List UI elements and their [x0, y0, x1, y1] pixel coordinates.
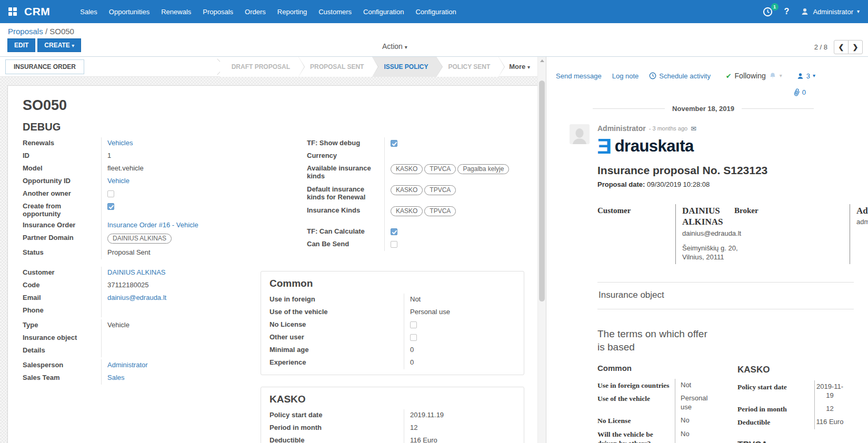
- following-toggle[interactable]: ✔ Following ▾: [726, 72, 782, 80]
- send-message-button[interactable]: Send message: [556, 72, 602, 80]
- field-code: Code 37112180025: [23, 279, 261, 292]
- field-insurance-kinds: Insurance Kinds KASKOTPVCA: [261, 205, 524, 226]
- email-link[interactable]: dainius@edrauda.lt: [107, 294, 166, 301]
- customer-column-value: DAINIUS ALKINAS dainius@edrauda.lt Šeimy…: [675, 204, 734, 264]
- status-steps: DRAFT PROPOSAL PROPOSAL SENT ISSUE POLIC…: [212, 57, 532, 77]
- avatar-person-icon: [572, 127, 587, 144]
- field-other-user: Other user: [261, 331, 524, 344]
- broker-column-label: Broker: [734, 204, 850, 264]
- broker-column-value: Adm admi: [850, 204, 868, 264]
- another-owner-checkbox[interactable]: [107, 190, 114, 197]
- field-period-in-month: Period in month 12: [261, 422, 524, 435]
- salesperson-link[interactable]: Administrator: [107, 361, 148, 369]
- opportunity-link[interactable]: Vehicle: [107, 177, 129, 185]
- app-title[interactable]: CRM: [24, 5, 50, 18]
- followers-count: 3: [806, 72, 810, 80]
- proposal-date-label: Proposal date:: [597, 180, 645, 188]
- pager-next-button[interactable]: ❯: [848, 40, 863, 54]
- create-button[interactable]: CREATE ▾: [37, 38, 81, 52]
- field-email: Email dainius@edrauda.lt: [23, 292, 261, 305]
- apps-grid-icon[interactable]: [8, 7, 17, 16]
- drauskaita-logo-icon: Ǝ: [597, 137, 612, 156]
- field-another-owner: Another owner: [23, 188, 261, 200]
- insurance-order-button[interactable]: INSURANCE ORDER: [5, 59, 84, 74]
- schedule-activity-button[interactable]: Schedule activity: [649, 72, 711, 80]
- breadcrumb-current: / SO050: [45, 27, 74, 36]
- menu-reporting[interactable]: Reporting: [272, 0, 313, 23]
- breadcrumb-proposals[interactable]: Proposals: [8, 27, 43, 36]
- field-details: Details: [23, 345, 261, 357]
- field-policy-start-date: Policy start date 2019.11.19: [261, 409, 524, 422]
- step-draft-proposal[interactable]: DRAFT PROPOSAL: [220, 57, 298, 77]
- navbar-right: 1 ? Administrator ▾: [763, 7, 862, 17]
- proposal-date-value: 09/30/2019 10:28:08: [647, 180, 710, 188]
- attachments-count: 0: [802, 88, 806, 96]
- control-panel: Proposals / SO050 EDIT CREATE ▾ Action ▾…: [0, 23, 868, 57]
- divider: [597, 309, 854, 309]
- sales-team-link[interactable]: Sales: [107, 374, 125, 381]
- field-id: ID 1: [23, 150, 261, 163]
- attachments-button[interactable]: 0: [794, 88, 806, 96]
- create-from-opportunity-checkbox[interactable]: [107, 203, 114, 210]
- menu-configuration-2[interactable]: Configuration: [410, 0, 462, 23]
- kind-tag: KASKO: [391, 206, 423, 216]
- field-default-insurance-kinds: Default insurance kinds for Renewal KASK…: [261, 184, 524, 205]
- top-navbar: CRM Sales Opportunities Renewals Proposa…: [0, 0, 868, 23]
- field-minimal-age: Minimal age 0: [261, 344, 524, 357]
- paperclip-icon: [792, 87, 801, 97]
- terms-common-column: Common Use in foreign countries Not Use …: [597, 364, 720, 443]
- field-can-be-send: Can Be Send: [261, 238, 524, 251]
- tf-show-debug-checkbox[interactable]: [391, 140, 397, 147]
- user-caret-icon: ▾: [857, 9, 860, 14]
- field-create-from-opportunity: Create from opportunity: [23, 200, 261, 219]
- menu-sales[interactable]: Sales: [74, 0, 103, 23]
- user-name: Administrator: [813, 8, 853, 16]
- group-box-common: Common Use in foreign Not Use of the veh…: [261, 271, 524, 375]
- partner-domain-tag: DAINIUS ALKINAS: [107, 234, 172, 244]
- edit-button[interactable]: EDIT: [7, 38, 35, 52]
- terms-kasko-column: KASKO Policy start date 2019-11-19 Perio…: [737, 364, 848, 443]
- other-user-checkbox[interactable]: [410, 334, 417, 341]
- following-check-icon: ✔: [726, 72, 732, 80]
- menu-opportunities[interactable]: Opportunities: [103, 0, 155, 23]
- brand-logo: Ǝ drauskaıta: [597, 137, 868, 156]
- insurance-order-link[interactable]: Insurance Order #16 - Vehicle: [107, 221, 198, 229]
- field-sales-team: Sales Team Sales: [23, 372, 261, 385]
- renewals-link[interactable]: Vehicles: [107, 139, 133, 147]
- no-license-checkbox[interactable]: [410, 321, 417, 328]
- field-phone: Phone: [23, 305, 261, 317]
- followers-menu[interactable]: 3 ▾: [797, 72, 815, 80]
- menu-renewals[interactable]: Renewals: [155, 0, 197, 23]
- chatter: Send message Log note Schedule activity …: [546, 57, 868, 443]
- activity-clock-icon[interactable]: 1: [763, 7, 773, 17]
- tf-can-calculate-checkbox[interactable]: [391, 228, 397, 235]
- message-author[interactable]: Administrator: [597, 124, 646, 133]
- chatter-toolbar: Send message Log note Schedule activity …: [556, 72, 868, 80]
- statusbar: INSURANCE ORDER DRAFT PROPOSAL PROPOSAL …: [0, 57, 546, 77]
- field-insurance-order: Insurance Order Insurance Order #16 - Ve…: [23, 219, 261, 232]
- help-icon[interactable]: ?: [784, 7, 790, 16]
- menu-orders[interactable]: Orders: [239, 0, 272, 23]
- step-policy-sent[interactable]: POLICY SENT: [436, 57, 498, 77]
- scrollbar-up-arrow[interactable]: [538, 57, 546, 65]
- step-proposal-sent[interactable]: PROPOSAL SENT: [298, 57, 372, 77]
- action-menu[interactable]: Action ▾: [382, 42, 407, 51]
- menu-customers[interactable]: Customers: [313, 0, 357, 23]
- kind-tag: Pagalba kelyje: [457, 164, 509, 174]
- log-note-button[interactable]: Log note: [612, 72, 639, 80]
- step-issue-policy[interactable]: ISSUE POLICY: [372, 57, 436, 77]
- menu-configuration-1[interactable]: Configuration: [357, 0, 410, 23]
- steps-more-menu[interactable]: More ▾: [509, 63, 532, 71]
- field-currency: Currency: [261, 150, 524, 163]
- customer-link[interactable]: DAINIUS ALKINAS: [107, 268, 166, 276]
- user-menu[interactable]: Administrator ▾: [801, 7, 860, 16]
- pager-previous-button[interactable]: ❮: [834, 40, 849, 54]
- form-background: SO050 DEBUG Renewals Vehicles ID 1: [0, 77, 546, 443]
- scrollbar-thumb[interactable]: [539, 80, 545, 301]
- form-scrollbar: [537, 57, 546, 443]
- can-be-send-checkbox[interactable]: [391, 241, 397, 248]
- field-use-in-foreign: Use in foreign Not: [261, 294, 524, 306]
- group-box-kasko: KASKO Policy start date 2019.11.19 Perio…: [261, 387, 524, 443]
- menu-proposals[interactable]: Proposals: [197, 0, 239, 23]
- kind-tag: TPVCA: [424, 206, 456, 216]
